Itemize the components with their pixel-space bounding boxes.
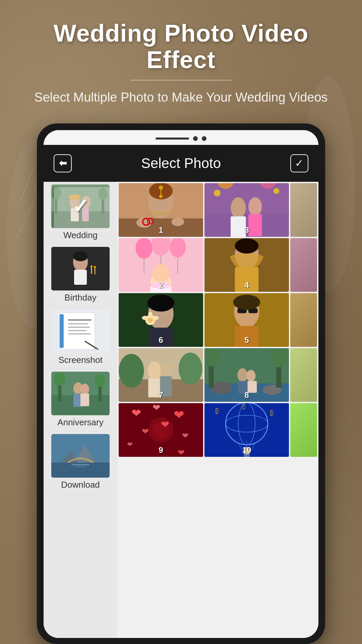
title-divider <box>131 80 231 80</box>
photo-cell-5[interactable]: 5 <box>204 293 289 347</box>
svg-point-23 <box>94 266 96 268</box>
svg-rect-28 <box>68 323 88 324</box>
album-thumb-screenshot <box>51 309 110 353</box>
album-thumb-download <box>51 434 110 478</box>
photo-cell-8[interactable]: 8 <box>204 348 289 402</box>
svg-rect-18 <box>74 270 87 285</box>
photo-cell-1[interactable]: 1 <box>119 183 203 237</box>
svg-point-104 <box>233 294 260 310</box>
album-thumb-birthday <box>51 247 110 290</box>
status-bar-dot-2 <box>202 136 206 141</box>
photo-number-7: 7 <box>159 390 163 400</box>
album-sidebar: ✓ Wedding <box>44 182 117 638</box>
back-arrow-icon: ⬅ <box>59 158 67 169</box>
status-bar <box>44 130 318 145</box>
album-label-birthday: Birthday <box>64 292 96 303</box>
photo-number-10: 10 <box>242 445 251 455</box>
partial-photo-r3[interactable] <box>290 293 317 347</box>
svg-point-70 <box>273 188 279 194</box>
photo-cell-4[interactable]: 4 <box>204 238 289 292</box>
photo-number-3: 3 <box>244 225 249 235</box>
album-item-birthday[interactable]: Birthday <box>44 244 117 307</box>
svg-point-96 <box>147 294 175 311</box>
status-bar-dot-1 <box>193 136 198 141</box>
select-photo-title: Select Photo <box>141 155 221 171</box>
svg-rect-29 <box>68 327 90 328</box>
svg-point-37 <box>54 372 66 386</box>
photo-cell-3[interactable]: 3 <box>204 183 289 237</box>
svg-text:❤: ❤ <box>131 407 141 420</box>
svg-text:❤: ❤ <box>182 431 188 440</box>
svg-point-69 <box>214 190 221 196</box>
svg-point-121 <box>237 368 247 381</box>
svg-rect-27 <box>68 319 92 321</box>
svg-line-3 <box>17 201 34 238</box>
photo-number-9: 9 <box>159 445 163 455</box>
svg-point-86 <box>235 238 259 253</box>
svg-text:❤: ❤ <box>142 426 149 436</box>
svg-text:❤: ❤ <box>178 447 185 457</box>
svg-text:❤: ❤ <box>174 408 184 422</box>
svg-point-109 <box>148 361 161 380</box>
header-section: Wedding Photo Video Effect Select Multip… <box>0 0 362 117</box>
photo-cell-2[interactable]: 2 <box>119 238 203 292</box>
svg-text:❤: ❤ <box>153 403 160 413</box>
svg-point-39 <box>95 375 105 387</box>
svg-text:❤: ❤ <box>127 441 133 448</box>
album-label-anniversary: Anniversary <box>57 417 103 428</box>
partial-photo-r1[interactable] <box>290 183 317 237</box>
status-bar-line <box>156 138 189 140</box>
album-item-wedding[interactable]: ✓ Wedding <box>44 182 117 244</box>
album-label-wedding: Wedding <box>63 230 98 240</box>
album-item-download[interactable]: Download <box>44 431 117 494</box>
svg-point-122 <box>246 370 256 381</box>
svg-point-108 <box>179 353 202 385</box>
svg-point-95 <box>148 311 153 318</box>
photo-number-5: 5 <box>244 335 249 345</box>
svg-rect-43 <box>80 393 89 406</box>
album-thumb-anniversary <box>51 372 110 415</box>
svg-rect-68 <box>248 214 262 236</box>
album-item-anniversary[interactable]: Anniversary <box>44 369 117 431</box>
checkmark-icon: ✓ <box>295 157 303 169</box>
svg-rect-48 <box>71 464 89 465</box>
svg-point-94 <box>152 316 159 320</box>
phone-mockup: ⬅ Select Photo ✓ <box>37 123 325 644</box>
svg-point-58 <box>172 217 184 226</box>
svg-point-67 <box>248 197 262 216</box>
svg-rect-30 <box>68 330 86 331</box>
svg-point-65 <box>231 197 246 218</box>
svg-line-1 <box>20 168 34 201</box>
photo-number-4: 4 <box>244 280 249 290</box>
photo-cell-6[interactable]: 6 <box>119 293 203 347</box>
photo-number-1: 1 <box>159 225 163 235</box>
svg-text:₿: ₿ <box>215 406 219 415</box>
svg-point-72 <box>135 238 152 259</box>
svg-point-93 <box>142 316 148 320</box>
svg-point-42 <box>80 384 89 394</box>
svg-point-56 <box>159 185 163 190</box>
partial-photo-r2[interactable] <box>290 238 317 292</box>
photo-number-2: 2 <box>159 280 163 290</box>
partial-photo-r5[interactable] <box>290 403 317 457</box>
photo-cell-7[interactable]: 7 <box>119 348 203 402</box>
photo-cell-9[interactable]: ❤ ❤ ❤ ❤ ❤ ❤ ❤ ❤ 9 <box>119 403 203 457</box>
svg-rect-31 <box>68 333 91 334</box>
phone-inner: ⬅ Select Photo ✓ <box>44 130 318 638</box>
svg-point-115 <box>211 381 232 394</box>
select-all-button[interactable]: ✓ <box>290 154 308 172</box>
svg-text:₿: ₿ <box>242 403 246 410</box>
photo-number-8: 8 <box>244 390 249 400</box>
svg-rect-66 <box>231 216 246 236</box>
svg-point-19 <box>73 251 88 261</box>
photo-cell-10[interactable]: ₿ ₿ ₿ 10 <box>204 403 289 457</box>
svg-point-111 <box>160 361 172 377</box>
content-area: ✓ Wedding <box>44 182 318 638</box>
back-button[interactable]: ⬅ <box>54 154 72 172</box>
album-label-download: Download <box>61 480 100 490</box>
svg-point-79 <box>153 264 169 282</box>
album-label-screenshot: Screenshot <box>58 355 103 365</box>
photo-number-6: 6 <box>159 335 163 345</box>
album-item-screenshot[interactable]: Screenshot <box>44 307 117 369</box>
partial-photo-r4[interactable] <box>290 348 317 402</box>
